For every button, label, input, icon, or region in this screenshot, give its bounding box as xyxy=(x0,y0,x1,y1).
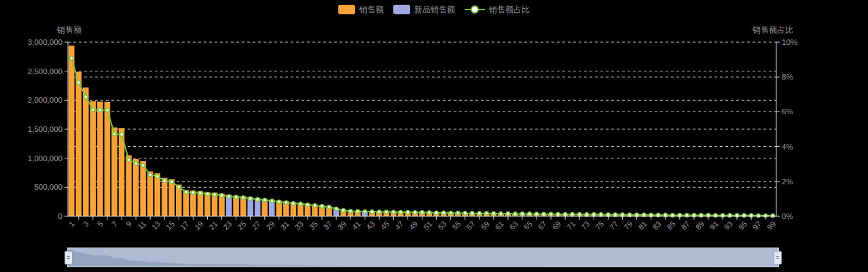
line-point xyxy=(334,207,338,210)
line-point xyxy=(242,196,245,199)
line-point xyxy=(349,209,352,213)
x-axis-label: 95 xyxy=(737,220,748,231)
left-y-axis-label: 2,000,000 xyxy=(28,96,62,104)
line-point xyxy=(220,194,223,197)
line-point xyxy=(313,204,317,207)
x-axis-label: 17 xyxy=(179,220,190,231)
right-y-axis-label: 8% xyxy=(782,73,793,81)
bar-sales[interactable] xyxy=(83,88,89,216)
left-y-axis-label: 3,000,000 xyxy=(28,38,62,46)
bar-sales[interactable] xyxy=(76,72,82,216)
line-point xyxy=(370,210,374,214)
x-axis-label: 3 xyxy=(82,220,90,228)
bar-sales[interactable] xyxy=(69,46,75,216)
chart-canvas: 销售额 新品销售额 销售额占比 销售额 销售额占比 0500,0001,000,… xyxy=(0,0,868,272)
bar-sales[interactable] xyxy=(154,173,160,216)
line-point xyxy=(70,56,73,60)
line-point xyxy=(141,163,145,167)
x-axis-label: 31 xyxy=(279,220,291,231)
line-point xyxy=(384,210,388,214)
x-axis-label: 73 xyxy=(579,220,591,231)
line-point xyxy=(134,162,137,165)
line-point xyxy=(249,197,252,200)
x-axis-label: 97 xyxy=(751,220,763,231)
line-point xyxy=(413,211,416,214)
line-point xyxy=(198,191,202,194)
line-point xyxy=(356,209,359,213)
bar-sales[interactable] xyxy=(97,101,103,216)
line-point xyxy=(277,200,281,203)
datazoom-right-handle[interactable] xyxy=(774,251,782,265)
line-point xyxy=(263,199,266,202)
line-point xyxy=(599,213,602,216)
line-point xyxy=(320,205,323,208)
line-point xyxy=(234,195,238,199)
datazoom-left-handle[interactable] xyxy=(65,251,73,265)
line-point xyxy=(299,202,302,205)
line-point xyxy=(213,192,216,196)
bar-sales[interactable] xyxy=(90,101,96,216)
datazoom-shadow-profile xyxy=(68,250,778,267)
x-axis-label: 93 xyxy=(723,220,734,231)
x-axis-label: 55 xyxy=(450,220,462,231)
x-axis-label: 21 xyxy=(207,220,219,231)
line-point xyxy=(592,213,596,216)
line-point xyxy=(206,192,209,196)
line-point xyxy=(506,212,509,216)
line-point xyxy=(571,213,574,216)
line-point xyxy=(549,212,553,216)
x-axis-label: 7 xyxy=(110,220,119,228)
x-axis-label: 47 xyxy=(393,220,405,231)
left-y-axis-label: 1,500,000 xyxy=(28,125,62,133)
bar-sales[interactable] xyxy=(168,179,175,216)
bar-sales[interactable] xyxy=(140,161,146,216)
line-point xyxy=(535,212,538,216)
x-axis-label: 69 xyxy=(551,220,562,231)
x-axis-label: 19 xyxy=(193,220,204,231)
x-axis-label: 75 xyxy=(594,220,605,231)
line-point xyxy=(463,211,467,215)
bar-sales[interactable] xyxy=(162,178,168,216)
bar-sales[interactable] xyxy=(111,127,117,216)
bar-sales[interactable] xyxy=(126,155,132,216)
line-point xyxy=(556,213,560,216)
line-point xyxy=(757,214,760,217)
bar-sales[interactable] xyxy=(133,159,139,216)
line-point xyxy=(120,133,123,136)
line-point xyxy=(113,132,116,135)
line-point xyxy=(449,211,452,215)
x-axis-label: 37 xyxy=(322,220,333,231)
left-y-axis-label: 1,000,000 xyxy=(28,154,62,163)
x-axis-label: 83 xyxy=(651,220,662,231)
line-point xyxy=(163,179,166,182)
bar-sales[interactable] xyxy=(147,171,153,216)
x-axis-label: 63 xyxy=(508,220,520,231)
plot-area: 0500,0001,000,0001,500,0002,000,0002,500… xyxy=(0,0,868,245)
line-point xyxy=(77,81,80,84)
x-axis-label: 23 xyxy=(221,220,233,231)
line-point xyxy=(342,209,345,212)
left-y-axis-label: 0 xyxy=(58,212,62,220)
right-y-axis-label: 6% xyxy=(782,107,793,116)
line-point xyxy=(306,203,309,207)
x-axis-label: 51 xyxy=(422,220,433,231)
bar-sales[interactable] xyxy=(176,184,182,216)
line-point xyxy=(406,211,410,214)
x-axis-label: 67 xyxy=(537,220,548,231)
line-point xyxy=(91,108,94,112)
x-axis-label: 49 xyxy=(408,220,419,231)
line-point xyxy=(127,158,130,161)
x-axis-label: 89 xyxy=(694,220,706,231)
x-axis-label: 77 xyxy=(608,220,619,231)
line-point xyxy=(149,173,152,176)
x-axis-label: 91 xyxy=(708,220,720,231)
line-point xyxy=(492,211,495,215)
datazoom-slider[interactable] xyxy=(67,248,779,267)
line-point xyxy=(542,212,545,216)
x-axis-label: 29 xyxy=(265,220,276,231)
line-point xyxy=(728,214,731,217)
x-axis-label: 53 xyxy=(436,220,448,231)
line-point xyxy=(471,211,474,215)
line-point xyxy=(291,201,295,205)
line-point xyxy=(427,211,431,214)
